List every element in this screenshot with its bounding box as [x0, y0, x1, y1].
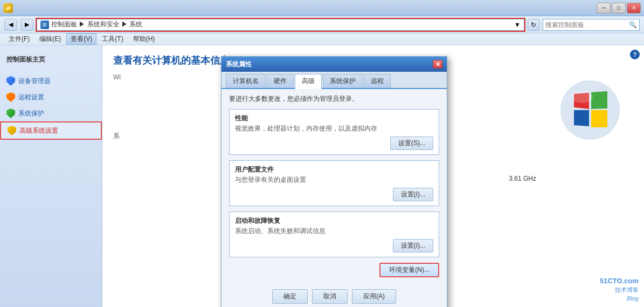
sidebar-item-remote-settings[interactable]: 远程设置	[0, 89, 102, 105]
sidebar-item-advanced-settings[interactable]: 高级系统设置	[0, 121, 102, 140]
shield-icon-yellow	[8, 126, 16, 135]
help-icon[interactable]: ?	[630, 50, 640, 59]
search-box[interactable]: 🔍	[543, 19, 640, 31]
maximize-button[interactable]: □	[612, 3, 626, 13]
address-icon: ⊞	[40, 21, 49, 29]
environment-variables-button[interactable]: 环境变量(N)...	[379, 263, 439, 277]
sidebar-label-system-protection: 系统保护	[18, 109, 44, 118]
watermark-line3: Blog	[600, 295, 639, 303]
menu-help[interactable]: 帮助(H)	[129, 33, 160, 45]
sidebar-title: 控制面板主页	[0, 51, 102, 69]
dialog-titlebar: 系统属性 ✕	[221, 57, 447, 72]
sidebar-item-system-protection[interactable]: 系统保护	[0, 105, 102, 121]
section-startup-recovery: 启动和故障恢复 系统启动、系统失败和调试信息 设置(I)...	[229, 212, 439, 257]
explorer-icon: 📁	[3, 3, 13, 13]
shield-icon-orange	[6, 92, 15, 102]
close-button[interactable]: ✕	[627, 3, 641, 13]
shield-icon-green	[6, 108, 15, 118]
sidebar-label-remote-settings: 远程设置	[18, 93, 44, 102]
section-startup-recovery-desc: 系统启动、系统失败和调试信息	[235, 227, 433, 236]
content-area: 查看有关计算机的基本信息 Wi 系 3.61 GHz	[102, 45, 644, 307]
user-profiles-settings-button[interactable]: 设置(I)...	[393, 188, 433, 201]
menu-tools[interactable]: 工具(T)	[98, 33, 127, 45]
section-performance-title: 性能	[235, 114, 433, 123]
shield-icon-blue	[6, 76, 15, 86]
windows-logo	[558, 78, 622, 142]
apply-button[interactable]: 应用(A)	[352, 289, 396, 304]
dialog-footer: 确定 取消 应用(A)	[221, 285, 447, 307]
section-user-profiles-btn-row: 设置(I)...	[235, 188, 433, 201]
section-startup-recovery-btn-row: 设置(I)...	[235, 239, 433, 253]
menu-file[interactable]: 文件(F)	[4, 33, 34, 45]
search-input[interactable]	[545, 21, 627, 29]
menu-view[interactable]: 查看(V)	[66, 33, 96, 45]
dialog-body: 要进行大多数更改，您必须作为管理员登录。 性能 视觉效果，处理器计划，内存使用，…	[221, 89, 447, 285]
address-bar: ◀ ▶ ⊞ 控制面板 ▶ 系统和安全 ▶ 系统 ▼ ↻ 🔍	[0, 16, 644, 33]
section-performance-desc: 视觉效果，处理器计划，内存使用，以及虚拟内存	[235, 124, 433, 133]
sidebar-label-advanced-settings: 高级系统设置	[19, 126, 58, 135]
ok-button[interactable]: 确定	[272, 289, 308, 304]
dialog-close-button[interactable]: ✕	[433, 60, 442, 69]
minimize-button[interactable]: ─	[597, 3, 611, 13]
tab-hardware[interactable]: 硬件	[267, 74, 294, 88]
refresh-button[interactable]: ↻	[528, 19, 539, 31]
section-startup-recovery-title: 启动和故障恢复	[235, 216, 433, 226]
sys-label: 系	[113, 132, 120, 141]
system-properties-dialog: 系统属性 ✕ 计算机名 硬件 高级 系统保护 远程 要进行大多数更改，您必须作为…	[221, 56, 447, 307]
cancel-button[interactable]: 取消	[312, 289, 348, 304]
watermark-line2: 技术博客	[600, 286, 639, 294]
startup-recovery-settings-button[interactable]: 设置(I)...	[393, 239, 433, 253]
title-bar: 📁 ─ □ ✕	[0, 0, 644, 16]
section-user-profiles-title: 用户配置文件	[235, 165, 433, 174]
search-icon: 🔍	[629, 21, 637, 29]
dialog-description: 要进行大多数更改，您必须作为管理员登录。	[229, 94, 439, 104]
tab-strip: 计算机名 硬件 高级 系统保护 远程	[221, 72, 447, 89]
main-layout: 控制面板主页 设备管理器 远程设置 系统保护 高级系统设置 查看有关计算机的基本…	[0, 45, 644, 307]
tab-remote[interactable]: 远程	[364, 74, 391, 88]
address-dropdown[interactable]: ▼	[514, 21, 521, 29]
tab-advanced[interactable]: 高级	[295, 74, 322, 89]
watermark-line1: 51CTO.com	[600, 276, 639, 286]
env-btn-row: 环境变量(N)...	[229, 263, 439, 277]
title-bar-left: 📁	[3, 3, 13, 13]
dialog-title: 系统属性	[226, 60, 252, 69]
sidebar: 控制面板主页 设备管理器 远程设置 系统保护 高级系统设置	[0, 45, 102, 307]
sidebar-item-device-manager[interactable]: 设备管理器	[0, 73, 102, 89]
section-performance-btn-row: 设置(S)...	[235, 137, 433, 150]
title-bar-controls: ─ □ ✕	[597, 3, 641, 13]
sidebar-label-device-manager: 设备管理器	[18, 77, 51, 86]
section-user-profiles: 用户配置文件 与您登录有关的桌面设置 设置(I)...	[229, 160, 439, 206]
address-box[interactable]: ⊞ 控制面板 ▶ 系统和安全 ▶ 系统 ▼	[37, 19, 524, 31]
section-user-profiles-desc: 与您登录有关的桌面设置	[235, 175, 433, 185]
watermark: 51CTO.com 技术博客 Blog	[600, 276, 639, 303]
tab-computer-name[interactable]: 计算机名	[226, 74, 266, 88]
breadcrumb-text: 控制面板 ▶ 系统和安全 ▶ 系统	[51, 20, 142, 29]
performance-settings-button[interactable]: 设置(S)...	[390, 137, 433, 150]
tab-system-protection[interactable]: 系统保护	[323, 74, 363, 88]
menu-bar: 文件(F) 编辑(E) 查看(V) 工具(T) 帮助(H)	[0, 33, 644, 45]
forward-button[interactable]: ▶	[20, 19, 33, 31]
section-performance: 性能 视觉效果，处理器计划，内存使用，以及虚拟内存 设置(S)...	[229, 109, 439, 155]
menu-edit[interactable]: 编辑(E)	[35, 33, 65, 45]
back-button[interactable]: ◀	[4, 19, 17, 31]
cpu-speed: 3.61 GHz	[509, 175, 536, 182]
svg-point-2	[571, 90, 593, 103]
